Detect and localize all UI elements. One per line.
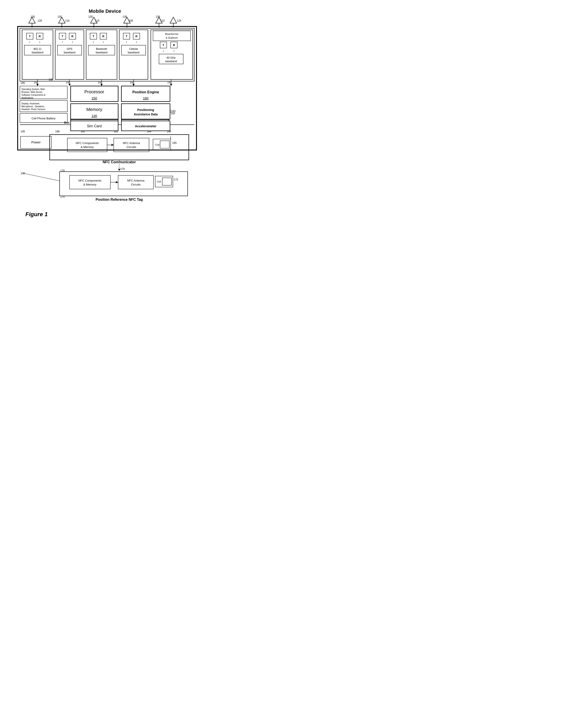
beamformer-label2: & Duplexer xyxy=(166,36,178,39)
label-110: 110 xyxy=(65,19,70,22)
main-diagram: Mobile Device 135 135 135 135 135 120 11… xyxy=(6,4,204,236)
os-info-text4: Applications xyxy=(21,97,33,99)
cell-r-label: R xyxy=(135,35,137,38)
label-183b: 183 xyxy=(171,110,175,113)
beamformer-label1: Beamformer xyxy=(165,33,179,35)
battery-label: Cell Phone Battery xyxy=(32,117,56,120)
position-engine-num2: 180 xyxy=(143,96,148,100)
mmwave-baseband-label2: baseband xyxy=(165,60,177,63)
nfc-tag-comp-box xyxy=(70,175,110,189)
mmwave-arrow-down: ↕ xyxy=(163,49,164,53)
gps-t-label: T xyxy=(62,35,63,38)
nfc-communicator-box xyxy=(50,135,189,160)
os-info-text3: Software Components & xyxy=(21,94,45,96)
mmwave-t-label: T xyxy=(162,43,164,47)
radio-modules-box xyxy=(20,28,194,81)
mmwave-arrow-up: ↕ xyxy=(173,49,175,53)
nfc-tag-arrow xyxy=(116,181,118,183)
page-container: Mobile Device 135 135 135 135 135 120 11… xyxy=(6,4,204,236)
cell-t-label: T xyxy=(126,35,127,38)
nfc-tag-comp-label2: & Memory xyxy=(83,183,96,186)
memory-label2: Memory xyxy=(86,107,102,112)
mobile-device-title: Mobile Device xyxy=(89,8,121,14)
gps-baseband-label1: GPS xyxy=(67,47,72,51)
arrow-wifi xyxy=(36,84,39,86)
arrow-cell xyxy=(132,84,135,86)
wifi-baseband-label2: baseband xyxy=(32,51,43,54)
gps-baseband-label2: baseband xyxy=(64,51,75,54)
gps-module-box xyxy=(55,30,84,79)
antenna-60ghz-2 xyxy=(170,17,177,23)
nfc-ant-label2: Circuits xyxy=(126,145,136,149)
gps-r-label: R xyxy=(71,35,73,38)
label-170: 170 xyxy=(60,169,65,172)
nfc-tag-ant-label1: NFC Antenna xyxy=(127,179,145,182)
nfc-comp-label1: NFC Components xyxy=(76,141,99,145)
wifi-r-label: R xyxy=(39,35,41,38)
display-info-text3: Headset, Photo Sensors xyxy=(21,108,45,111)
label-145: 145 xyxy=(21,130,25,133)
nfc-tag-ant-label2: Circuits xyxy=(131,183,141,186)
nfc-tag-comp-label1: NFC Components xyxy=(78,179,102,182)
mmwave-r-label: R xyxy=(173,43,175,47)
label-140c: 140 xyxy=(98,81,102,84)
os-info-text2: Browser, Web Server, xyxy=(21,91,43,93)
nfc-tag-coil-label: Coil xyxy=(157,180,161,183)
nfc-ant-label1: NFC Antenna xyxy=(123,141,140,145)
cell-arrow-down: ↕ xyxy=(126,40,127,44)
processor-label2: Processor xyxy=(84,89,104,94)
nfc-tag-coil-inner xyxy=(162,178,171,185)
nfc-coil-label: Coil xyxy=(155,143,159,146)
bt-t-label: T xyxy=(92,35,94,38)
beamformer-box xyxy=(153,31,190,41)
arrow-bt xyxy=(100,84,103,86)
label-172: 172 xyxy=(174,178,178,181)
bt-module-box xyxy=(86,30,117,79)
label-165: 165 xyxy=(172,141,177,144)
nfc-comp-label2: & Memory xyxy=(81,145,94,149)
label-120: 120 xyxy=(38,19,42,22)
figure-label: Figure 1 xyxy=(25,211,48,218)
nfc-tag-title: Position Reference NFC Tag xyxy=(96,198,143,201)
label-140e: 140 xyxy=(167,81,171,84)
label-175: 175 xyxy=(60,195,65,198)
line-100 xyxy=(23,173,60,181)
nfc-coil-inner xyxy=(160,141,169,148)
label-168: 168 xyxy=(55,130,60,133)
wifi-arrow-up: ↕ xyxy=(39,40,41,44)
nfc-to-ant-arrowhead xyxy=(111,144,114,146)
bt-arrow-up: ↕ xyxy=(103,40,104,44)
label-135a: 135 xyxy=(30,15,35,18)
label-135c: 135 xyxy=(88,15,93,18)
label-140b: 140 xyxy=(66,81,70,84)
mmwave-baseband-label1: 60 GHz xyxy=(167,56,176,59)
cell-baseband-label1: Cellular xyxy=(129,47,138,51)
label-140a: 140 xyxy=(34,81,38,84)
arrow-60ghz xyxy=(170,84,172,86)
gps-arrow-up: ↕ xyxy=(72,40,73,44)
gps-arrow-down: ↕ xyxy=(62,40,63,44)
wifi-arrow-down: ↕ xyxy=(29,40,31,44)
bt-baseband-label1: Bluetooth xyxy=(96,47,107,51)
label-125: 125 xyxy=(177,19,181,22)
processor-num2: 150 xyxy=(91,96,97,100)
wifi-t-label: T xyxy=(29,35,31,38)
arrow-gps xyxy=(68,84,71,86)
pad-label2: Assistance Data xyxy=(134,113,158,116)
label-182: 182 xyxy=(49,78,53,81)
label-185: 185 xyxy=(21,81,25,84)
os-info-text1: Operating System, Web xyxy=(21,88,45,90)
bt-baseband-label2: baseband xyxy=(96,51,107,54)
position-engine-label2: Position Engine xyxy=(132,90,159,94)
wifi-module-box xyxy=(22,30,53,79)
cell-baseband-label2: baseband xyxy=(128,51,139,54)
bus-label: Bus xyxy=(64,121,70,124)
display-info-text1: Display, Keyboard, xyxy=(21,102,40,105)
cell-arrow-up: ↕ xyxy=(136,40,137,44)
display-info-text2: Microphone , Speakers, xyxy=(21,105,45,108)
label-174: 174 xyxy=(120,167,125,171)
bt-r-label: R xyxy=(102,35,104,38)
bt-arrow-down: ↕ xyxy=(93,40,94,44)
simcard-label2: Sim Card xyxy=(87,124,102,128)
memory-num2: 130 xyxy=(91,114,97,118)
